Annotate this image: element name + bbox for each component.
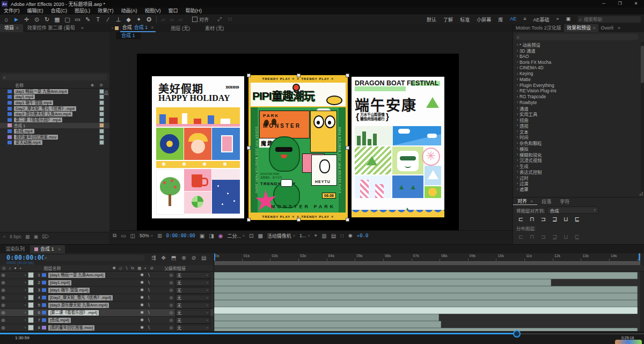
quality-switch-icon[interactable]: ✱: [140, 295, 144, 300]
minimize-button[interactable]: ─: [596, 0, 612, 8]
layer-color-chip[interactable]: [28, 295, 34, 301]
panel-menu-icon[interactable]: ≡: [16, 26, 19, 31]
selection-handle[interactable]: [346, 146, 349, 150]
eye-icon[interactable]: ◎: [0, 318, 6, 323]
twirl-icon[interactable]: ›: [515, 65, 519, 70]
menu-item-6[interactable]: 视图(V): [141, 8, 165, 14]
menu-item-0[interactable]: 文件(F): [0, 8, 24, 14]
snap-control[interactable]: 对齐: [192, 16, 209, 23]
parent-pickwhip-icon[interactable]: ◎: [167, 325, 175, 330]
toolbar-icon-0[interactable]: ⤢: [217, 16, 222, 23]
transparency-grid-icon[interactable]: ▩: [258, 233, 262, 239]
poster-happy-holiday[interactable]: 美好假期 »»»» HAPPY HOLIDAY: [152, 76, 244, 218]
project-item[interactable]: 合成.mp4: [0, 128, 109, 134]
workspace-item-6[interactable]: ≡: [523, 16, 526, 23]
home-tool[interactable]: ⌂: [1, 15, 11, 24]
project-item[interactable]: 我的童年回忆图鉴.mov: [0, 134, 109, 140]
timeline-icon-1[interactable]: ✥: [161, 255, 165, 261]
twirl-icon[interactable]: ›: [515, 123, 519, 128]
eye-icon[interactable]: ◎: [0, 325, 6, 330]
parent-select[interactable]: 无˅: [175, 317, 210, 324]
effect-category[interactable]: ›过时: [513, 174, 639, 180]
quality-switch-icon-2[interactable]: ∖: [144, 280, 153, 285]
layer-row[interactable]: ◎›8[我的童年回忆图鉴.mov]✱∖◎无˅: [0, 324, 214, 332]
menu-item-4[interactable]: 效果(T): [94, 8, 118, 14]
effects-search-input[interactable]: [521, 34, 630, 40]
twirl-icon[interactable]: ›: [515, 60, 519, 64]
tab-paragraph[interactable]: 段落: [537, 198, 555, 205]
camera-select[interactable]: 活动摄像机˅: [267, 232, 295, 239]
selection-handle[interactable]: [247, 218, 251, 222]
twirl-icon[interactable]: ›: [515, 118, 519, 122]
effect-category[interactable]: ›生成: [513, 163, 639, 169]
timeline-icon[interactable]: ▤: [331, 233, 336, 239]
selection-handle[interactable]: [247, 146, 251, 150]
magnification-select[interactable]: 50%˅: [140, 233, 153, 238]
quality-switch-icon[interactable]: ✱: [140, 325, 144, 330]
clone-stamp-tool[interactable]: ⊥: [113, 15, 123, 24]
twirl-icon[interactable]: ›: [23, 288, 28, 292]
layer-duration-bar[interactable]: [214, 286, 638, 293]
eye-icon[interactable]: ◎: [0, 288, 6, 292]
effect-category[interactable]: ›时间: [513, 134, 639, 140]
twirl-icon[interactable]: ›: [515, 42, 519, 47]
comp-subtab[interactable]: 合成 1: [116, 32, 141, 39]
selection-handle[interactable]: [346, 218, 349, 222]
close-button[interactable]: ✕: [628, 0, 644, 8]
effect-category[interactable]: ›透视: [513, 123, 639, 129]
time-ruler[interactable]: 0s01s02s03s04s05s06s07s08s09s10s11s12s13…: [214, 253, 640, 261]
text-tool[interactable]: T: [93, 15, 103, 24]
project-item[interactable]: 第二课《葡萄乐园》.mp4: [0, 117, 109, 123]
preview-time[interactable]: 0:00:00:00: [166, 233, 195, 238]
layer-duration-bar[interactable]: [214, 307, 638, 314]
workspace-item-0[interactable]: 默认: [427, 16, 436, 23]
quality-switch-icon-2[interactable]: ∖: [144, 310, 153, 315]
twirl-icon[interactable]: ›: [515, 158, 519, 163]
effect-category[interactable]: ›模糊和锐化: [513, 151, 639, 157]
pen-tool[interactable]: ✎: [83, 15, 93, 24]
label-color-chip[interactable]: [99, 89, 104, 94]
layer-duration-bar[interactable]: [214, 293, 638, 300]
effect-category[interactable]: ›BAO: [513, 54, 639, 60]
effect-category[interactable]: ›过渡: [513, 180, 639, 186]
poster-dragon-boat-festival[interactable]: DRAGON BOAT FESTIVAL 端午安康 { 万水千山粽是情 糖馅肉馅…: [352, 77, 444, 217]
effect-category[interactable]: ›扭曲: [513, 117, 639, 123]
panel-menu-icon[interactable]: ≡: [151, 25, 154, 30]
tab-effects-presets[interactable]: 效果和预设≡: [564, 24, 598, 32]
tab-composition[interactable]: 合成合成 1 ≡: [120, 24, 156, 32]
video-progress-remaining[interactable]: [517, 333, 644, 334]
menu-item-8[interactable]: 帮助(H): [182, 8, 206, 14]
name-column-header[interactable]: 名称: [15, 82, 24, 88]
parent-pickwhip-icon[interactable]: ◎: [167, 288, 175, 292]
work-area-out-marker[interactable]: [639, 253, 640, 261]
twirl-icon[interactable]: ›: [515, 77, 519, 82]
puppet-pin-tool[interactable]: ✪: [144, 15, 154, 24]
selection-tool[interactable]: ►: [11, 15, 21, 24]
new-folder-icon[interactable]: ▦: [25, 234, 30, 239]
twirl-icon[interactable]: ›: [515, 71, 519, 76]
layer-row[interactable]: ◎›4[Day2_摩天轮_雪凡《优秀》.mp4]✱∖◎无˅: [0, 294, 214, 302]
project-item[interactable]: 合成 1: [0, 123, 109, 129]
quality-switch-icon[interactable]: ✱: [140, 273, 144, 277]
layer-color-chip[interactable]: [28, 325, 34, 331]
layer-row[interactable]: ◎›7[合成.mp4]✱∖◎无˅: [0, 317, 214, 324]
panel-menu-icon[interactable]: ≡: [531, 199, 533, 204]
twirl-icon[interactable]: ›: [515, 164, 519, 169]
twirl-icon[interactable]: ›: [515, 112, 519, 116]
maximize-button[interactable]: ❐: [612, 0, 628, 8]
multi-view-icon[interactable]: ⧉: [113, 232, 116, 239]
quality-switch-icon[interactable]: ✱: [140, 310, 144, 315]
twirl-icon[interactable]: ›: [515, 54, 519, 58]
menu-item-7[interactable]: 窗口: [165, 8, 182, 14]
layer-name[interactable]: [Day2_摩天轮_雪凡《优秀》.mp4]: [48, 295, 113, 301]
effect-category[interactable]: ›沉浸式视频: [513, 157, 639, 163]
rotation-tool[interactable]: ↻: [42, 15, 52, 24]
twirl-icon[interactable]: ›: [515, 146, 519, 151]
twirl-icon[interactable]: ›: [515, 89, 519, 93]
help-search[interactable]: ⌕: [577, 16, 641, 23]
layer-name[interactable]: [day1 畅玩一夏 九鱼Ann.mp4]: [48, 273, 105, 278]
pan-behind-tool[interactable]: ▢: [62, 15, 72, 24]
quality-switch-icon-2[interactable]: ∖: [144, 288, 153, 292]
effect-category[interactable]: ›实用工具: [513, 111, 639, 117]
new-comp-icon[interactable]: ▣: [34, 234, 39, 239]
